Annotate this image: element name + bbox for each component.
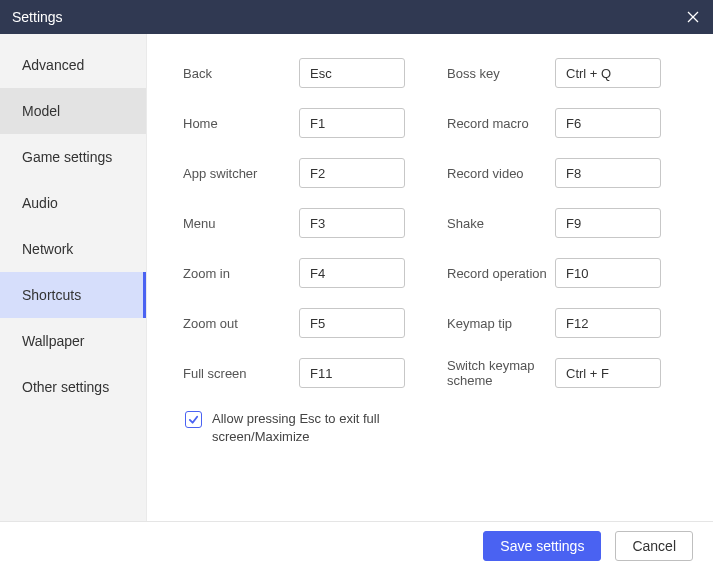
close-icon[interactable]: [685, 9, 701, 25]
shortcut-label: Zoom in: [183, 266, 299, 281]
shortcut-input[interactable]: [555, 258, 661, 288]
shortcut-input[interactable]: [299, 308, 405, 338]
footer: Save settings Cancel: [0, 521, 713, 569]
sidebar-item-label: Network: [22, 241, 73, 257]
sidebar-item-game-settings[interactable]: Game settings: [0, 134, 146, 180]
shortcut-input[interactable]: [299, 58, 405, 88]
sidebar-item-label: Shortcuts: [22, 287, 81, 303]
shortcut-label: Switch keymap scheme: [447, 358, 555, 388]
shortcut-label: Record macro: [447, 116, 555, 131]
sidebar-item-label: Game settings: [22, 149, 112, 165]
shortcut-label: App switcher: [183, 166, 299, 181]
shortcut-label: Menu: [183, 216, 299, 231]
shortcut-input[interactable]: [555, 58, 661, 88]
shortcut-input[interactable]: [299, 108, 405, 138]
shortcut-input[interactable]: [555, 208, 661, 238]
sidebar: AdvancedModelGame settingsAudioNetworkSh…: [0, 34, 147, 521]
shortcut-input[interactable]: [299, 258, 405, 288]
sidebar-item-audio[interactable]: Audio: [0, 180, 146, 226]
shortcut-label: Full screen: [183, 366, 299, 381]
shortcut-input[interactable]: [555, 358, 661, 388]
save-button[interactable]: Save settings: [483, 531, 601, 561]
shortcut-label: Shake: [447, 216, 555, 231]
shortcut-label: Back: [183, 66, 299, 81]
shortcut-label: Record operation: [447, 266, 555, 281]
sidebar-item-network[interactable]: Network: [0, 226, 146, 272]
sidebar-item-label: Other settings: [22, 379, 109, 395]
shortcut-label: Home: [183, 116, 299, 131]
sidebar-item-label: Model: [22, 103, 60, 119]
sidebar-item-wallpaper[interactable]: Wallpaper: [0, 318, 146, 364]
allow-esc-checkbox[interactable]: [185, 411, 202, 428]
shortcut-input[interactable]: [555, 158, 661, 188]
sidebar-item-advanced[interactable]: Advanced: [0, 42, 146, 88]
sidebar-item-label: Audio: [22, 195, 58, 211]
shortcut-input[interactable]: [299, 208, 405, 238]
shortcut-input[interactable]: [555, 108, 661, 138]
cancel-button[interactable]: Cancel: [615, 531, 693, 561]
shortcut-label: Zoom out: [183, 316, 299, 331]
sidebar-item-label: Advanced: [22, 57, 84, 73]
shortcut-label: Boss key: [447, 66, 555, 81]
sidebar-item-model[interactable]: Model: [0, 88, 146, 134]
sidebar-item-shortcuts[interactable]: Shortcuts: [0, 272, 146, 318]
shortcut-input[interactable]: [299, 358, 405, 388]
shortcut-label: Record video: [447, 166, 555, 181]
window-title: Settings: [12, 9, 63, 25]
sidebar-item-other-settings[interactable]: Other settings: [0, 364, 146, 410]
shortcut-input[interactable]: [555, 308, 661, 338]
shortcut-label: Keymap tip: [447, 316, 555, 331]
title-bar: Settings: [0, 0, 713, 34]
shortcuts-panel: BackBoss keyHomeRecord macroApp switcher…: [147, 34, 713, 521]
shortcut-input[interactable]: [299, 158, 405, 188]
allow-esc-label: Allow pressing Esc to exit full screen/M…: [212, 410, 402, 446]
sidebar-item-label: Wallpaper: [22, 333, 85, 349]
